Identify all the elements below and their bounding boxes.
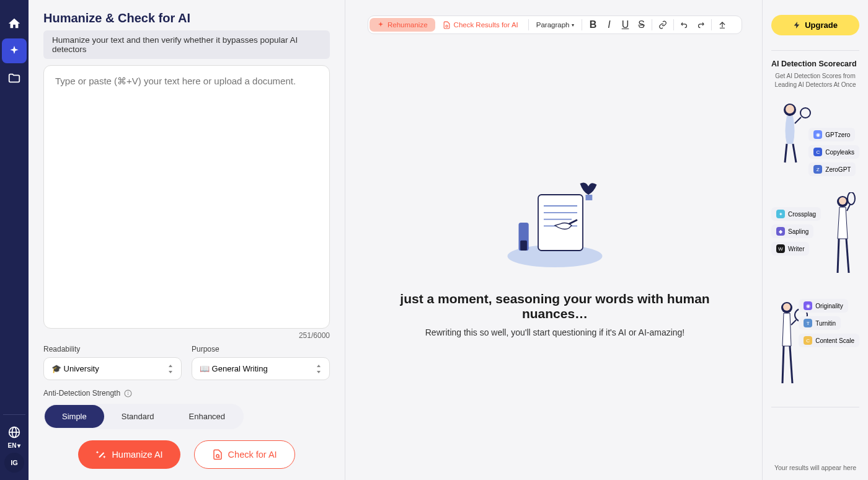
upload-button[interactable] xyxy=(714,17,730,32)
underline-button[interactable]: U xyxy=(617,17,633,32)
italic-button[interactable]: I xyxy=(601,17,617,32)
sidebar-sparkle[interactable] xyxy=(2,38,27,63)
check-button[interactable]: Check for AI xyxy=(194,440,295,469)
svg-rect-16 xyxy=(520,241,527,251)
svg-line-33 xyxy=(790,346,792,383)
strength-simple[interactable]: Simple xyxy=(45,405,104,428)
svg-rect-17 xyxy=(586,195,593,200)
sidebar-home[interactable] xyxy=(2,11,27,36)
redo-button[interactable] xyxy=(693,17,709,32)
detector-tag: WWriter xyxy=(771,242,809,256)
globe-icon[interactable] xyxy=(8,426,20,438)
detector-group-3: ◉Originality TTurnitin CContent Scale xyxy=(771,296,859,389)
person-illustration xyxy=(825,192,859,279)
detector-tag: ZZeroGPT xyxy=(808,162,856,176)
text-input[interactable] xyxy=(43,65,330,329)
undo-icon xyxy=(680,20,689,29)
svg-point-25 xyxy=(839,197,846,205)
home-icon xyxy=(7,17,21,30)
bold-button[interactable]: B xyxy=(585,17,601,32)
detector-tag: CCopyleaks xyxy=(808,145,859,159)
svg-point-31 xyxy=(783,303,790,311)
page-subtitle: Humanize your text and then verify wheth… xyxy=(43,30,330,59)
page-title: Humanize & Check for AI xyxy=(43,11,330,25)
detector-group-1: ◉GPTzero CCopyleaks ZZeroGPT xyxy=(771,100,859,175)
scorecard-panel: Upgrade AI Detection Scorecard Get AI De… xyxy=(763,0,868,480)
readability-label: Readability xyxy=(43,345,182,353)
svg-line-21 xyxy=(793,144,796,162)
language-selector[interactable]: EN▾ xyxy=(8,442,21,449)
detector-tag: ✦Crossplag xyxy=(771,207,821,221)
strength-standard[interactable]: Standard xyxy=(104,405,172,428)
detector-group-2: ✦Crossplag ◆Sapling WWriter xyxy=(771,192,859,279)
sidebar-divider xyxy=(3,414,25,415)
svg-point-19 xyxy=(786,105,794,113)
rehumanize-button[interactable]: Rehumanize xyxy=(370,18,435,32)
svg-point-22 xyxy=(800,108,810,118)
sidebar-folder[interactable] xyxy=(2,66,27,91)
strength-segmented: Simple Standard Enhanced xyxy=(43,404,244,429)
purpose-select[interactable]: 📖 General Writing xyxy=(192,357,330,380)
loading-subtitle: Rewriting this so well, you'll start que… xyxy=(425,327,685,337)
upload-icon xyxy=(718,20,727,29)
right-panel: Rehumanize Check Results for AI Paragrap… xyxy=(345,0,762,480)
svg-line-27 xyxy=(846,239,849,273)
char-counter: 251/6000 xyxy=(43,331,330,340)
undo-button[interactable] xyxy=(676,17,693,32)
avatar[interactable]: IG xyxy=(4,453,24,473)
detector-tag: TTurnitin xyxy=(799,316,841,330)
scorecard-title: AI Detection Scorecard xyxy=(771,60,859,68)
detector-tag: ◉GPTzero xyxy=(808,128,855,141)
notebook-illustration xyxy=(499,161,611,273)
strength-enhanced[interactable]: Enhanced xyxy=(172,405,243,428)
svg-line-7 xyxy=(218,457,219,458)
humanize-button[interactable]: Humanize AI xyxy=(78,440,180,469)
detector-tag: ◉Originality xyxy=(799,299,848,313)
svg-line-26 xyxy=(838,239,839,273)
redo-icon xyxy=(696,20,705,29)
scorecard-subtitle: Get AI Detection Scores from Leading AI … xyxy=(771,72,859,89)
purpose-label: Purpose xyxy=(192,345,330,353)
doc-search-icon xyxy=(212,449,223,460)
sparkle-icon xyxy=(8,45,20,57)
detector-tag: ◆Sapling xyxy=(771,224,813,238)
readability-select[interactable]: 🎓 University xyxy=(43,357,182,380)
sparkle-icon xyxy=(377,21,384,29)
main: Humanize & Check for AI Humanize your te… xyxy=(29,0,868,480)
doc-search-icon xyxy=(443,21,451,29)
link-icon xyxy=(658,20,667,29)
svg-line-20 xyxy=(785,144,787,162)
detector-tag: CContent Scale xyxy=(799,334,859,347)
results-placeholder: Your results will appear here xyxy=(771,464,859,471)
loading-area: just a moment, seasoning your words with… xyxy=(368,34,742,464)
check-results-button[interactable]: Check Results for AI xyxy=(435,18,526,32)
info-icon[interactable] xyxy=(124,389,132,398)
svg-point-28 xyxy=(848,192,855,205)
bolt-icon xyxy=(793,21,801,29)
strike-button[interactable]: S xyxy=(633,17,649,32)
svg-point-5 xyxy=(128,392,128,393)
left-panel: Humanize & Check for AI Humanize your te… xyxy=(29,0,345,480)
link-button[interactable] xyxy=(655,17,671,32)
paragraph-select[interactable]: Paragraph ▾ xyxy=(531,21,580,29)
svg-line-35 xyxy=(791,320,796,325)
updown-icon xyxy=(167,365,174,373)
wand-icon xyxy=(95,449,107,460)
sidebar: EN▾ IG xyxy=(0,0,29,480)
svg-line-32 xyxy=(782,346,784,383)
upgrade-button[interactable]: Upgrade xyxy=(771,15,859,35)
strength-label: Anti-Detection Strength xyxy=(43,389,330,398)
updown-icon xyxy=(316,365,322,373)
loading-title: just a moment, seasoning your words with… xyxy=(368,291,742,321)
svg-line-23 xyxy=(795,117,801,123)
svg-point-8 xyxy=(445,25,447,27)
folder-icon xyxy=(7,71,21,85)
svg-line-29 xyxy=(847,205,850,211)
editor-toolbar: Rehumanize Check Results for AI Paragrap… xyxy=(368,16,742,34)
svg-rect-10 xyxy=(538,195,583,251)
